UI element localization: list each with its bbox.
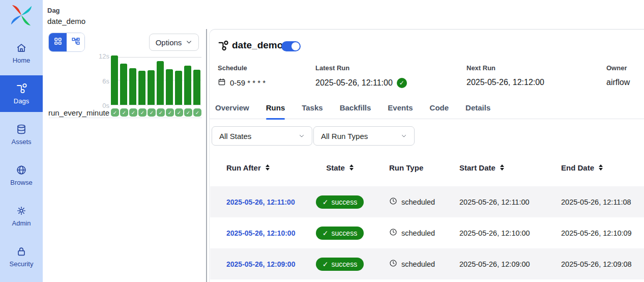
run-duration-bar[interactable]	[148, 70, 155, 105]
check-icon: ✓	[323, 198, 329, 206]
sidebar: HomeDagsAssetsBrowseAdminSecurity	[0, 0, 43, 282]
grid-view-button[interactable]	[49, 33, 67, 51]
next-run-label: Next Run	[466, 64, 495, 72]
owner-value[interactable]: airflow	[606, 78, 630, 87]
run-duration-bar[interactable]	[166, 69, 173, 105]
state-filter-select[interactable]: All States	[212, 126, 312, 146]
airflow-logo-icon[interactable]	[10, 4, 33, 27]
sidebar-item-security[interactable]: Security	[0, 238, 43, 275]
sidebar-item-label: Assets	[11, 138, 31, 146]
task-instance-success-badge[interactable]: ✓	[157, 108, 165, 117]
state-badge[interactable]: ✓success	[316, 195, 364, 209]
state-badge[interactable]: ✓success	[316, 227, 364, 240]
options-button-label: Options	[156, 38, 182, 47]
chevron-down-icon	[401, 132, 407, 140]
sort-icon	[500, 164, 504, 171]
sidebar-item-assets[interactable]: Assets	[0, 116, 43, 153]
sidebar-item-label: Dags	[14, 97, 29, 105]
run-duration-bar[interactable]	[111, 55, 118, 105]
success-check-icon: ✓	[397, 78, 407, 88]
task-label[interactable]: run_every_minute	[31, 108, 109, 117]
runs-table-header: Run AfterStateRun TypeStart DateEnd Date	[210, 156, 644, 179]
column-header-run-after[interactable]: Run After	[226, 156, 270, 179]
bars	[111, 56, 201, 105]
task-instance-success-badge[interactable]: ✓	[111, 108, 119, 117]
state-badge[interactable]: ✓success	[316, 258, 364, 271]
run-duration-bar[interactable]	[184, 66, 191, 105]
task-instance-success-badge[interactable]: ✓	[184, 108, 192, 117]
dag-tabs: OverviewRunsTasksBackfillsEventsCodeDeta…	[210, 103, 644, 119]
next-run-value: 2025-05-26, 12:12:00	[466, 78, 544, 87]
sidebar-item-admin[interactable]: Admin	[0, 198, 43, 234]
state-label: success	[332, 198, 358, 206]
graph-view-button[interactable]	[67, 33, 84, 51]
breadcrumb: Dag	[47, 7, 60, 14]
sidebar-item-home[interactable]: Home	[0, 35, 43, 71]
database-icon	[15, 123, 27, 135]
grid-view-icon	[53, 37, 63, 48]
run-after-link[interactable]: 2025-05-26, 12:11:00	[226, 198, 295, 206]
task-instance-success-badge[interactable]: ✓	[193, 108, 201, 117]
run-after-link[interactable]: 2025-05-26, 12:09:00	[226, 260, 295, 268]
tab-backfills[interactable]: Backfills	[340, 103, 371, 119]
run-duration-bar[interactable]	[120, 64, 127, 105]
options-button[interactable]: Options	[149, 34, 199, 51]
task-row-divider	[49, 118, 202, 118]
calendar-icon	[218, 78, 226, 88]
duration-bar-chart	[111, 56, 201, 105]
run-duration-bar[interactable]	[138, 71, 145, 105]
run-duration-bar[interactable]	[157, 61, 164, 105]
tab-details[interactable]: Details	[465, 103, 490, 119]
task-state-badge-row: ✓✓✓✓✓✓✓✓✓✓	[111, 108, 201, 117]
tab-runs[interactable]: Runs	[266, 103, 285, 119]
run-duration-bar[interactable]	[129, 68, 136, 105]
task-instance-success-badge[interactable]: ✓	[129, 108, 137, 117]
state-label: success	[332, 229, 358, 237]
tab-code[interactable]: Code	[430, 103, 449, 119]
lock-icon	[15, 245, 27, 258]
run-duration-bar[interactable]	[193, 70, 200, 105]
tab-overview[interactable]: Overview	[215, 103, 249, 119]
chevron-down-icon	[186, 38, 192, 47]
sidebar-item-dags[interactable]: Dags	[0, 75, 43, 112]
run-type-filter-value: All Run Types	[321, 132, 368, 140]
column-header-label: Run After	[226, 163, 261, 172]
sidebar-item-label: Home	[13, 57, 31, 64]
table-row: 2025-05-26, 12:10:00✓successscheduled202…	[210, 217, 644, 248]
sidebar-item-browse[interactable]: Browse	[0, 157, 43, 193]
column-header-state[interactable]: State	[312, 156, 368, 179]
sort-icon	[266, 164, 270, 171]
panel-divider[interactable]	[206, 29, 207, 282]
home-icon	[15, 42, 27, 54]
sort-icon	[599, 164, 603, 171]
latest-run-value[interactable]: 2025-05-26, 12:11:00 ✓	[315, 78, 407, 88]
chevron-down-icon	[299, 132, 305, 140]
breadcrumb-dag-name: date_demo	[47, 17, 85, 25]
clock-icon	[389, 197, 397, 207]
end-date-value: 2025-05-26, 12:11:08	[561, 198, 631, 206]
column-header-label: Start Date	[459, 163, 495, 172]
dag-pause-toggle[interactable]	[281, 41, 301, 51]
dag-icon	[218, 40, 229, 51]
check-icon: ✓	[323, 260, 329, 268]
start-date-value: 2025-05-26, 12:09:00	[459, 260, 530, 268]
clock-icon	[389, 259, 397, 269]
dag-title: date_demo	[232, 40, 283, 51]
tab-events[interactable]: Events	[388, 103, 413, 119]
sort-icon	[349, 164, 354, 171]
task-instance-success-badge[interactable]: ✓	[138, 108, 147, 117]
end-date-value: 2025-05-26, 12:10:09	[561, 229, 632, 237]
column-header-label: State	[326, 163, 345, 172]
task-instance-success-badge[interactable]: ✓	[148, 108, 156, 117]
run-type-filter-select[interactable]: All Run Types	[313, 126, 415, 146]
run-after-link[interactable]: 2025-05-26, 12:10:00	[226, 229, 295, 237]
run-duration-bar[interactable]	[175, 71, 182, 105]
tab-tasks[interactable]: Tasks	[302, 103, 323, 119]
column-header-end-date[interactable]: End Date	[561, 156, 603, 179]
task-instance-success-badge[interactable]: ✓	[120, 108, 128, 117]
view-toggle-group	[48, 33, 85, 52]
task-instance-success-badge[interactable]: ✓	[166, 108, 174, 117]
column-header-start-date[interactable]: Start Date	[459, 156, 504, 179]
task-instance-success-badge[interactable]: ✓	[175, 108, 183, 117]
schedule-value: 0-59 * * * *	[218, 78, 266, 88]
